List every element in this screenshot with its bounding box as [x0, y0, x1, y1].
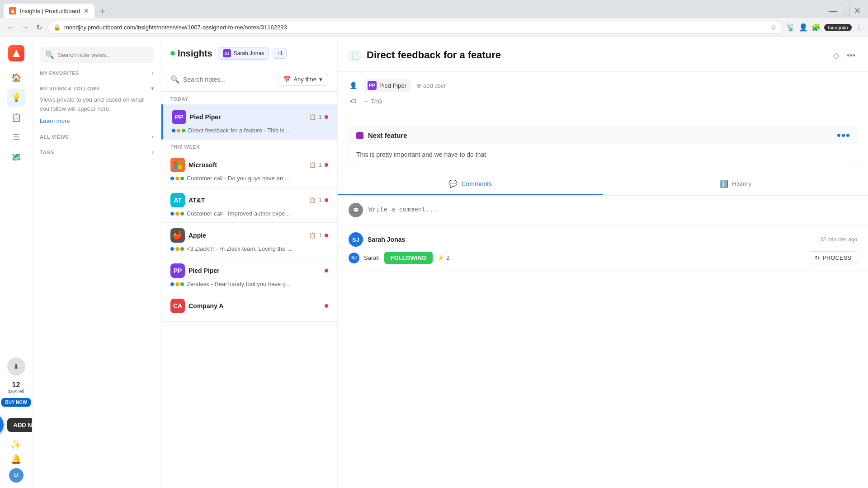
sarah-jonas-avatar: SJ [223, 49, 231, 57]
download-icon: ⬇ [13, 362, 19, 371]
add-user-button[interactable]: ⊕ add user [416, 82, 446, 89]
search-views-container: 🔍 [40, 47, 154, 63]
maximize-button[interactable]: ⬜ [840, 6, 850, 16]
buy-now-button[interactable]: BUY NOW [1, 398, 30, 407]
sidebar-home-button[interactable]: 🏠 [7, 69, 25, 87]
sarah-short-avatar: SJ [349, 253, 359, 263]
note-meta-apple: 📋 1 [309, 232, 328, 239]
my-views-section: MY VIEWS & FOLLOWS ▾ Views private to yo… [40, 85, 154, 125]
minimize-button[interactable]: — [829, 6, 837, 16]
new-tab-button[interactable]: ＋ [96, 5, 109, 17]
note-item-pied-piper-week[interactable]: PP Pied Piper Zendesk - Real handy tool … [161, 258, 337, 293]
close-window-button[interactable]: ✕ [854, 6, 861, 16]
note-preview-row-att: Customer call - Improved author expe... [170, 210, 328, 217]
filter-plus-button[interactable]: +1 [273, 48, 287, 59]
my-favorites-section[interactable]: MY FAVORITES › [40, 70, 154, 76]
following-button[interactable]: FOLLOWING [384, 252, 433, 264]
note-count-ms: 1 [319, 162, 322, 168]
comment-input[interactable] [368, 203, 857, 216]
note-item-att[interactable]: AT AT&T 📋 1 Customer call - Improved aut… [161, 188, 337, 223]
notes-search-input[interactable] [183, 76, 274, 83]
comments-tab[interactable]: 💬 Comments [338, 173, 603, 195]
company-meta-row: 👤 PP Pied Piper ⊕ add user [349, 79, 857, 92]
this-week-section-label: THIS WEEK [161, 140, 337, 152]
extensions-icon[interactable]: 🧩 [811, 23, 821, 32]
cast-icon[interactable]: 📡 [786, 23, 795, 32]
any-time-filter[interactable]: 📅 Any time ▾ [278, 73, 328, 86]
note-preview-row-ms: Customer call - Do you guys have an ... [170, 175, 328, 182]
sidebar-notes-button[interactable]: 📋 [7, 108, 25, 127]
learn-more-link[interactable]: Learn more [40, 117, 70, 124]
dot-orange-ms [175, 177, 179, 180]
forward-button[interactable]: → [20, 22, 31, 33]
active-tab[interactable]: Insights | Productboard ✕ [4, 4, 94, 18]
att-avatar: AT [170, 193, 185, 207]
tab-close-button[interactable]: ✕ [84, 7, 89, 14]
back-button[interactable]: ← [5, 22, 16, 33]
address-bar[interactable]: 🔒 ☆ [47, 21, 783, 34]
tab-title: Insights | Productboard [20, 8, 80, 14]
notes-list: TODAY PP Pied Piper 📋 1 [161, 92, 337, 488]
notes-panel: Insights SJ Sarah Jonas +1 🔍 📅 Any time … [161, 40, 338, 488]
star-icon[interactable]: ☆ [770, 23, 777, 32]
dot-green-apple [180, 247, 184, 251]
search-views-input[interactable] [58, 52, 148, 58]
sidebar-insights-button[interactable]: 💡 [7, 89, 25, 107]
filter-icon: ☰ [13, 132, 20, 142]
add-note-label-button[interactable]: ADD NOTE [7, 418, 33, 432]
url-input[interactable] [64, 24, 767, 31]
feature-menu[interactable] [837, 134, 849, 137]
add-tag-button[interactable]: ＋ TAG [363, 97, 382, 105]
today-section-label: TODAY [161, 92, 337, 104]
more-options-button[interactable]: ••• [845, 49, 857, 62]
all-views-header[interactable]: ALL VIEWS › [40, 134, 154, 140]
sidebar-views: 🔍 MY FAVORITES › MY VIEWS & FOLLOWS ▾ Vi… [33, 40, 161, 488]
svg-rect-4 [174, 165, 177, 169]
dot-orange-apple [175, 247, 179, 251]
reload-button[interactable]: ↻ [34, 21, 44, 33]
red-dot-today [325, 115, 328, 119]
comments-tab-label: Comments [461, 180, 492, 188]
note-preview-text-ms: Customer call - Do you guys have an ... [187, 175, 290, 182]
calendar-icon: 📅 [283, 76, 291, 83]
history-tab[interactable]: ℹ️ History [603, 173, 868, 195]
note-item-header-pp-week: PP Pied Piper [170, 263, 328, 278]
download-button[interactable]: ⬇ [7, 357, 25, 375]
my-views-header[interactable]: MY VIEWS & FOLLOWS ▾ [40, 85, 154, 92]
user-avatar[interactable]: U [9, 468, 24, 483]
search-views-icon: 🔍 [45, 51, 54, 59]
fab-button[interactable]: ＋ [0, 414, 4, 436]
bell-icon[interactable]: 🔔 [10, 454, 22, 465]
feature-dot [356, 132, 363, 139]
menu-icon[interactable]: ⋮ [855, 23, 863, 32]
note-item-header-att: AT AT&T 📋 1 [170, 193, 328, 207]
my-favorites-label: MY FAVORITES [40, 70, 79, 76]
bookmark-button[interactable]: ◇ [831, 49, 841, 62]
colored-dots-apple [170, 247, 184, 251]
note-item-company-a[interactable]: CA Company A [161, 293, 337, 322]
company-pill-avatar: PP [368, 81, 377, 90]
all-views-label: ALL VIEWS [40, 134, 69, 140]
note-count-att: 1 [319, 197, 322, 203]
note-item-pied-piper-today[interactable]: PP Pied Piper 📋 1 Direct feedback for a … [161, 104, 337, 140]
sparkle-icon[interactable]: ✨ [10, 439, 22, 450]
dot-green-pp-week [180, 282, 184, 286]
profile-icon[interactable]: 👤 [799, 23, 808, 32]
notes-status: Insights [170, 48, 212, 59]
note-company-pp-week: Pied Piper [189, 267, 321, 274]
red-dot-att [325, 198, 328, 202]
sidebar-roadmap-button[interactable]: 🗺️ [7, 148, 25, 166]
red-dot-ca [325, 304, 328, 308]
note-item-microsoft[interactable]: Microsoft 📋 1 Customer call - Do you guy… [161, 152, 337, 188]
sarah-jonas-filter[interactable]: SJ Sarah Jonas [218, 47, 269, 60]
company-pill[interactable]: PP Pied Piper [363, 79, 411, 92]
process-button[interactable]: ↻ PROCESS [809, 251, 857, 264]
note-list-icon: 📋 [309, 114, 316, 120]
app-logo[interactable] [8, 45, 24, 61]
tags-header[interactable]: TAGS › [40, 149, 154, 155]
note-item-apple[interactable]: 🍎 Apple 📋 1 <3 Zlack!!! - Hi Zlack team, [161, 223, 337, 258]
note-preview-text-pp-week: Zendesk - Real handy tool you have g... [187, 281, 291, 287]
notes-header: Insights SJ Sarah Jonas +1 [161, 40, 337, 67]
sidebar-filter-button[interactable]: ☰ [7, 128, 25, 146]
note-company-att: AT&T [189, 197, 306, 204]
